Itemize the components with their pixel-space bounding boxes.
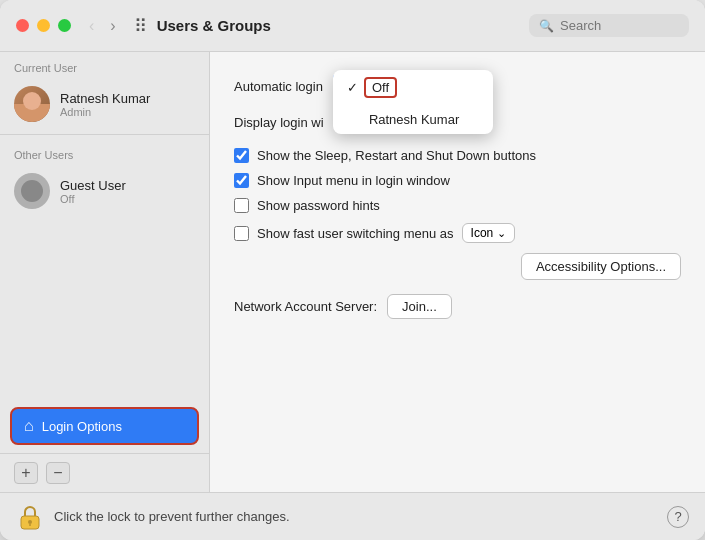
svg-point-1 bbox=[28, 520, 32, 524]
join-button[interactable]: Join... bbox=[387, 294, 452, 319]
checkbox-hints[interactable] bbox=[234, 198, 249, 213]
checkbox-fast-switch-label: Show fast user switching menu as bbox=[257, 226, 454, 241]
back-button[interactable]: ‹ bbox=[83, 15, 100, 37]
avatar-guest-inner bbox=[21, 180, 43, 202]
other-users-section-label: Other Users bbox=[0, 139, 209, 165]
login-options-button[interactable]: ⌂ Login Options bbox=[10, 407, 199, 445]
avatar-ratnesh bbox=[14, 86, 50, 122]
automatic-login-label: Automatic login bbox=[234, 79, 323, 94]
forward-button[interactable]: › bbox=[104, 15, 121, 37]
close-button[interactable] bbox=[16, 19, 29, 32]
dropdown-item-off[interactable]: ✓ Off bbox=[333, 70, 493, 105]
dropdown-off-label: Off bbox=[364, 77, 397, 98]
fast-switch-row: Show fast user switching menu as Icon ⌄ bbox=[234, 223, 681, 243]
automatic-login-row: Automatic login Off ✓ Off bbox=[234, 72, 681, 101]
network-row: Network Account Server: Join... bbox=[234, 294, 681, 319]
sidebar-spacer bbox=[0, 217, 209, 399]
grid-icon: ⠿ bbox=[134, 15, 147, 37]
lock-svg bbox=[18, 503, 42, 531]
sidebar: Current User Ratnesh Kumar Admin Other U… bbox=[0, 52, 210, 492]
chevron-down-icon: ⌄ bbox=[497, 227, 506, 240]
network-label: Network Account Server: bbox=[234, 299, 377, 314]
guest-user-name: Guest User bbox=[60, 178, 126, 193]
add-user-button[interactable]: + bbox=[14, 462, 38, 484]
nav-buttons: ‹ › bbox=[83, 15, 122, 37]
window: ‹ › ⠿ Users & Groups 🔍 Current User Ratn… bbox=[0, 0, 705, 540]
guest-user-role: Off bbox=[60, 193, 126, 205]
fast-switch-dropdown[interactable]: Icon ⌄ bbox=[462, 223, 516, 243]
window-title: Users & Groups bbox=[157, 17, 529, 34]
current-user-info: Ratnesh Kumar Admin bbox=[60, 91, 150, 118]
current-user-section-label: Current User bbox=[0, 52, 209, 78]
maximize-button[interactable] bbox=[58, 19, 71, 32]
fast-switch-value: Icon bbox=[471, 226, 494, 240]
checkbox-input-menu-row: Show Input menu in login window bbox=[234, 173, 681, 188]
avatar-guest bbox=[14, 173, 50, 209]
current-user-name: Ratnesh Kumar bbox=[60, 91, 150, 106]
checkbox-sleep-label: Show the Sleep, Restart and Shut Down bu… bbox=[257, 148, 536, 163]
automatic-login-menu: ✓ Off Ratnesh Kumar bbox=[333, 70, 493, 134]
remove-user-button[interactable]: − bbox=[46, 462, 70, 484]
automatic-login-dropdown-container: Off ✓ Off Ratnesh Kumar bbox=[333, 72, 413, 101]
checkbox-sleep-row: Show the Sleep, Restart and Shut Down bu… bbox=[234, 148, 681, 163]
dropdown-item-ratnesh[interactable]: Ratnesh Kumar bbox=[333, 105, 493, 134]
titlebar: ‹ › ⠿ Users & Groups 🔍 bbox=[0, 0, 705, 52]
bottom-bar: Click the lock to prevent further change… bbox=[0, 492, 705, 540]
lock-text: Click the lock to prevent further change… bbox=[54, 509, 657, 524]
lock-icon[interactable] bbox=[16, 503, 44, 531]
traffic-lights bbox=[16, 19, 71, 32]
help-button[interactable]: ? bbox=[667, 506, 689, 528]
content-area: Current User Ratnesh Kumar Admin Other U… bbox=[0, 52, 705, 492]
display-login-label: Display login wi bbox=[234, 115, 324, 130]
checkbox-hints-row: Show password hints bbox=[234, 198, 681, 213]
home-icon: ⌂ bbox=[24, 417, 34, 435]
checkbox-hints-label: Show password hints bbox=[257, 198, 380, 213]
checkbox-sleep[interactable] bbox=[234, 148, 249, 163]
accessibility-row: Accessibility Options... bbox=[234, 253, 681, 280]
checkbox-input-menu-label: Show Input menu in login window bbox=[257, 173, 450, 188]
dropdown-ratnesh-label: Ratnesh Kumar bbox=[369, 112, 459, 127]
main-panel: Automatic login Off ✓ Off bbox=[210, 52, 705, 492]
check-icon: ✓ bbox=[347, 80, 358, 95]
accessibility-button[interactable]: Accessibility Options... bbox=[521, 253, 681, 280]
current-user-role: Admin bbox=[60, 106, 150, 118]
checkbox-fast-switch[interactable] bbox=[234, 226, 249, 241]
search-input[interactable] bbox=[560, 18, 670, 33]
search-icon: 🔍 bbox=[539, 19, 554, 33]
guest-user-item[interactable]: Guest User Off bbox=[0, 165, 209, 217]
sidebar-divider bbox=[0, 134, 209, 135]
sidebar-bottom: + − bbox=[0, 453, 209, 492]
current-user-item[interactable]: Ratnesh Kumar Admin bbox=[0, 78, 209, 130]
login-options-label: Login Options bbox=[42, 419, 122, 434]
minimize-button[interactable] bbox=[37, 19, 50, 32]
search-bar: 🔍 bbox=[529, 14, 689, 37]
checkbox-input-menu[interactable] bbox=[234, 173, 249, 188]
guest-user-info: Guest User Off bbox=[60, 178, 126, 205]
